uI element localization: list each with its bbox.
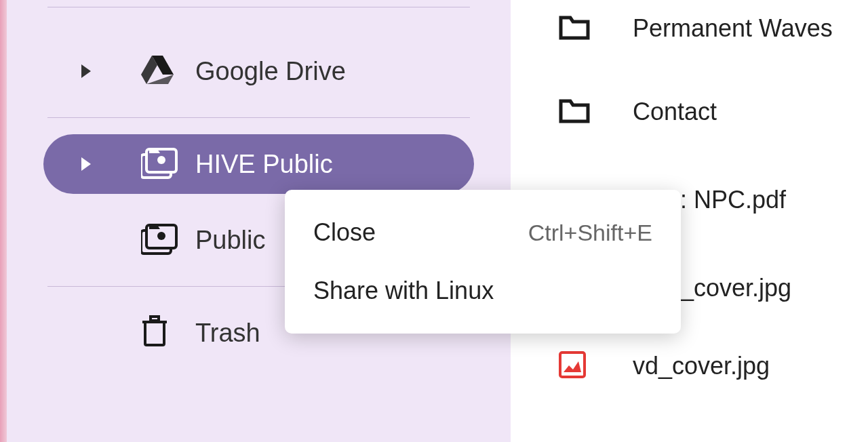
file-label-partial: : NPC.pdf (680, 186, 786, 214)
sidebar-divider (47, 7, 470, 7)
folder-icon (558, 97, 596, 127)
sidebar-divider (47, 117, 470, 118)
menu-item-share-linux[interactable]: Share with Linux (285, 262, 681, 320)
expand-caret-icon[interactable] (81, 64, 91, 78)
sidebar-item-label: HIVE Public (195, 150, 333, 179)
google-drive-icon (141, 56, 182, 87)
file-label: vd_cover.jpg (633, 352, 770, 380)
svg-rect-8 (151, 317, 159, 321)
file-row-folder[interactable]: Contact (511, 68, 868, 156)
svg-rect-9 (560, 353, 585, 377)
window-left-edge (0, 0, 7, 442)
sidebar-item-label: Public (195, 226, 266, 255)
folder-icon (558, 14, 596, 43)
context-menu[interactable]: Close Ctrl+Shift+E Share with Linux (285, 190, 681, 334)
svg-point-5 (157, 232, 165, 240)
file-row-folder[interactable]: Permanent Waves (511, 0, 868, 68)
file-label: Contact (633, 98, 717, 126)
menu-shortcut: Ctrl+Shift+E (528, 220, 652, 246)
file-label-partial: _cover.jpg (680, 274, 791, 302)
sidebar-item-label: Trash (195, 319, 260, 348)
menu-item-close[interactable]: Close Ctrl+Shift+E (285, 203, 681, 262)
shared-folder-icon (141, 146, 182, 182)
sidebar-item-hive-public[interactable]: HIVE Public (43, 134, 474, 194)
file-label: Permanent Waves (633, 14, 833, 43)
trash-icon (141, 315, 182, 350)
menu-label: Share with Linux (313, 277, 494, 305)
svg-rect-6 (145, 322, 164, 345)
sidebar-item-label: Google Drive (195, 57, 346, 86)
svg-point-2 (157, 156, 165, 164)
file-row-image[interactable]: vd_cover.jpg (511, 332, 868, 400)
expand-caret-icon[interactable] (81, 157, 91, 171)
menu-label: Close (313, 218, 376, 247)
image-icon (558, 350, 596, 382)
shared-folder-icon (141, 222, 182, 258)
sidebar-item-google-drive[interactable]: Google Drive (43, 41, 474, 101)
